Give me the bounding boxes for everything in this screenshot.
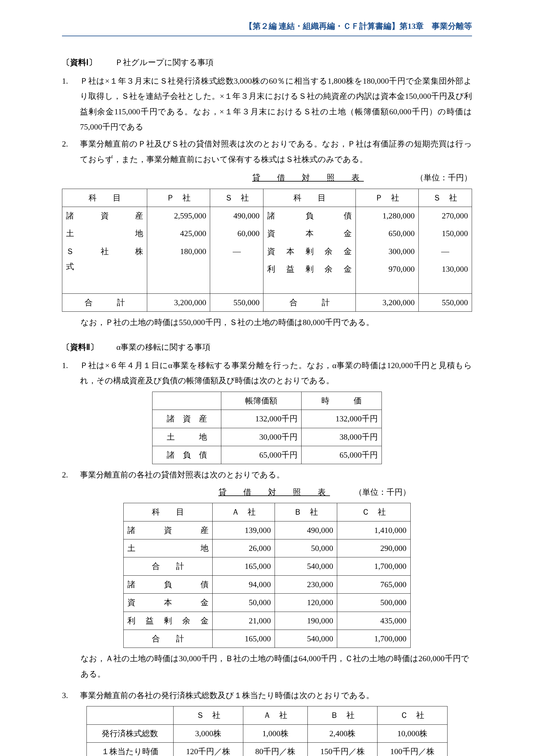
section2-note: なお，Ａ社の土地の時価は30,000千円，Ｂ社の土地の時価は64,000千円，Ｃ… xyxy=(81,651,472,682)
cell: 150,000 xyxy=(419,225,472,242)
cell: 540,000 xyxy=(275,557,337,575)
list-text: 事業分離直前の各社の発行済株式総数及び１株当たり時価は次のとおりである。 xyxy=(80,688,472,703)
page-header: 【第２編 連結・組織再編・ＣＦ計算書編】第13章 事業分離等 xyxy=(62,18,472,36)
bs2-table: 科 目 Ａ 社 Ｂ 社 Ｃ 社 諸 資 産139,000490,0001,410… xyxy=(123,503,410,648)
cell: Ａ 社 xyxy=(243,706,307,724)
bs2-unit: （単位：千円） xyxy=(339,485,411,500)
cell: 30,000千円 xyxy=(221,428,301,446)
cell: 50,000 xyxy=(212,594,275,612)
cell: 132,000千円 xyxy=(301,410,381,428)
list-text: Ｐ社は×６年４月１日にα事業を移転する事業分離を行った。なお，α事業の時価は12… xyxy=(80,358,472,389)
section1-title-text: Ｐ社グループに関する事項 xyxy=(115,58,213,67)
cell: 合 計 xyxy=(124,557,212,575)
section2-title: 〔資料Ⅱ〕 α事業の移転に関する事項 xyxy=(62,339,472,355)
cell: Ｃ 社 xyxy=(337,503,410,521)
section1-list: 1. Ｐ社は×１年３月末にＳ社発行済株式総数3,000株の60％に相当する1,8… xyxy=(62,73,472,167)
cell: 資 本 金 xyxy=(124,594,212,612)
cell: 科 目 xyxy=(124,503,212,521)
cell: 150千円／株 xyxy=(307,743,377,756)
cell: 139,000 xyxy=(212,521,275,539)
cell: 26,000 xyxy=(212,539,275,557)
cell: 2,400株 xyxy=(307,724,377,742)
cell: 290,000 xyxy=(337,539,410,557)
cell: Ａ 社 xyxy=(212,503,275,521)
list-num: 2. xyxy=(62,136,74,167)
cell: 65,000千円 xyxy=(221,446,301,464)
cell: 270,000 xyxy=(419,207,472,225)
cell: Ｂ 社 xyxy=(307,706,377,724)
list-text: 事業分離直前のＰ社及びＳ社の貸借対照表は次のとおりである。なお，Ｐ社は有価証券の… xyxy=(80,136,472,167)
bs1-unit: （単位：千円） xyxy=(390,170,472,185)
alpha-table: 帳簿価額 時 価 諸 資 産 132,000千円 132,000千円 土 地 3… xyxy=(152,392,382,465)
section2-title-text: α事業の移転に関する事項 xyxy=(117,343,211,352)
cell: １株当たり時価 xyxy=(87,743,173,756)
cell: Ｓ 社 株 式 xyxy=(62,243,147,276)
list-text: 事業分離直前の各社の貸借対照表は次のとおりである。 xyxy=(80,467,472,482)
cell: 650,000 xyxy=(356,225,418,242)
list-text: Ｐ社は×１年３月末にＳ社発行済株式総数3,000株の60％に相当する1,800株… xyxy=(80,73,472,135)
cell: 100千円／株 xyxy=(378,743,447,756)
bs1-h-s: Ｓ 社 xyxy=(210,189,264,207)
cell: 435,000 xyxy=(337,612,410,630)
cell: 3,200,000 xyxy=(147,293,210,311)
cell: 合 計 xyxy=(124,630,212,648)
cell: 165,000 xyxy=(212,557,275,575)
cell: 550,000 xyxy=(210,293,264,311)
cell xyxy=(87,706,173,724)
cell: 120,000 xyxy=(275,594,337,612)
cell: 3,000株 xyxy=(173,724,243,742)
cell: 190,000 xyxy=(275,612,337,630)
cell: 諸 資 産 xyxy=(62,207,147,225)
bs1-h-right: 科 目 xyxy=(264,189,355,207)
cell: 21,000 xyxy=(212,612,275,630)
cell: 土 地 xyxy=(124,539,212,557)
cell: 38,000千円 xyxy=(301,428,381,446)
cell: 60,000 xyxy=(210,225,263,242)
cell: 諸 資 産 xyxy=(153,410,221,428)
cell: 10,000株 xyxy=(378,724,447,742)
section2-list: 1. Ｐ社は×６年４月１日にα事業を移転する事業分離を行った。なお，α事業の時価… xyxy=(62,358,472,389)
cell: 80千円／株 xyxy=(243,743,307,756)
section1-title: 〔資料Ⅰ〕 Ｐ社グループに関する事項 xyxy=(62,55,472,70)
cell: 1,000株 xyxy=(243,724,307,742)
cell: 130,000 xyxy=(419,260,472,278)
cell: 120千円／株 xyxy=(173,743,243,756)
section1-note: なお，Ｐ社の土地の時価は550,000千円，Ｓ社の土地の時価は80,000千円で… xyxy=(81,315,472,330)
section2-prefix: 〔資料Ⅱ〕 xyxy=(62,343,98,352)
cell: Ｓ 社 xyxy=(173,706,243,724)
cell: 諸 資 産 xyxy=(124,521,212,539)
bs1-h-s2: Ｓ 社 xyxy=(418,189,472,207)
section1-prefix: 〔資料Ⅰ〕 xyxy=(62,58,97,67)
cell: 合 計 xyxy=(264,293,355,311)
cell: 490,000 xyxy=(210,207,263,225)
cell: 300,000 xyxy=(356,243,418,260)
cell: Ｂ 社 xyxy=(275,503,337,521)
cell: 94,000 xyxy=(212,575,275,593)
cell: Ｃ 社 xyxy=(378,706,447,724)
cell: ― xyxy=(419,243,472,260)
cell: 諸 負 債 xyxy=(153,446,221,464)
cell: 1,410,000 xyxy=(337,521,410,539)
cell: 利 益 剰 余 金 xyxy=(264,260,355,278)
cell: 500,000 xyxy=(337,594,410,612)
cell: 土 地 xyxy=(62,225,147,242)
bs1-caption: 貸 借 対 照 表 xyxy=(226,170,390,185)
bs1-h-p2: Ｐ 社 xyxy=(355,189,418,207)
cell: 540,000 xyxy=(275,630,337,648)
cell: 帳簿価額 xyxy=(221,392,301,410)
cell: 970,000 xyxy=(356,260,418,278)
cell: 132,000千円 xyxy=(221,410,301,428)
cell: 50,000 xyxy=(275,539,337,557)
cell: 230,000 xyxy=(275,575,337,593)
cell: 1,700,000 xyxy=(337,557,410,575)
cell: 765,000 xyxy=(337,575,410,593)
list-num: 1. xyxy=(62,358,74,389)
cell: 1,280,000 xyxy=(356,207,418,225)
bs1-h-left: 科 目 xyxy=(62,189,147,207)
cell: 諸 負 債 xyxy=(264,207,355,225)
bs2-caption: 貸 借 対 照 表 xyxy=(210,485,339,500)
list-num: 3. xyxy=(62,688,74,703)
cell: 425,000 xyxy=(147,225,210,242)
cell: 時 価 xyxy=(301,392,381,410)
cell: 合 計 xyxy=(62,293,147,311)
